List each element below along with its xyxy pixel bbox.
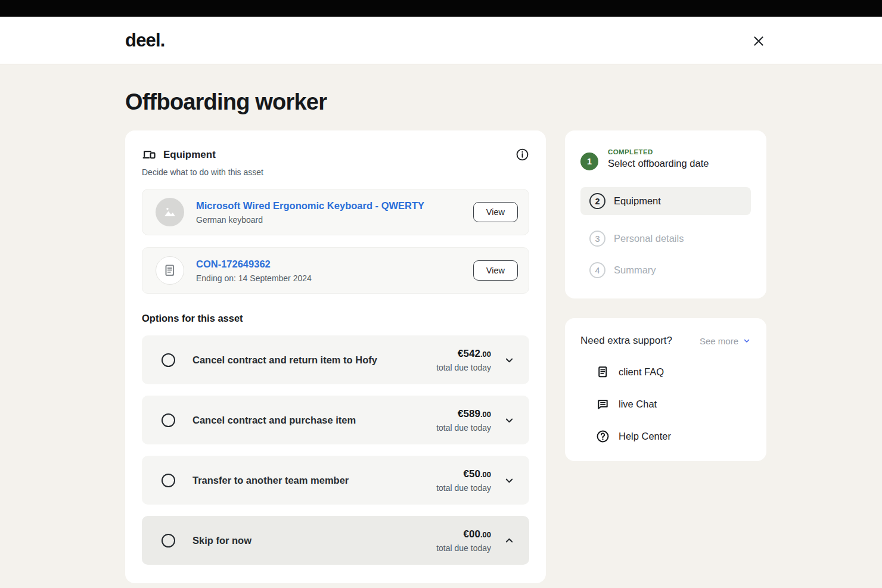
contract-link[interactable]: CON-172649362 (196, 259, 312, 270)
right-column: 1 COMPLETED Select offboarding date 2 Eq… (565, 130, 766, 461)
support-item-label: live Chat (619, 399, 657, 410)
image-placeholder-icon (156, 198, 184, 226)
price-note: total due today (436, 483, 491, 493)
option-label: Cancel contract and return item to Hofy (192, 354, 377, 366)
help-circle-icon (596, 430, 610, 443)
asset-row: Microsoft Wired Ergonomic Keyboard - QWE… (142, 189, 529, 235)
chevron-down-icon[interactable] (504, 354, 515, 366)
see-more-label: See more (700, 336, 738, 346)
option-purchase-item[interactable]: Cancel contract and purchase item €589.0… (142, 396, 529, 444)
top-black-bar (0, 0, 882, 17)
step-label: Personal details (614, 233, 684, 244)
step-number-badge: 3 (589, 231, 605, 247)
chat-icon (596, 397, 610, 411)
step-label: Select offboarding date (608, 158, 709, 169)
chevron-up-icon[interactable] (504, 535, 515, 546)
view-asset-button[interactable]: View (473, 202, 518, 222)
radio-button[interactable] (162, 534, 175, 547)
info-icon[interactable] (515, 148, 529, 161)
document-icon (156, 256, 184, 285)
option-return-to-hofy[interactable]: Cancel contract and return item to Hofy … (142, 335, 529, 384)
support-card: Need extra support? See more (565, 318, 766, 461)
page-title: Offboarding worker (125, 89, 882, 115)
step-status: COMPLETED (608, 148, 709, 155)
modal-header: deel. (0, 17, 882, 64)
card-title: Equipment (163, 149, 216, 161)
step-number-badge: 4 (589, 262, 605, 278)
price-block: €50.00 total due today (436, 468, 491, 493)
chevron-down-icon[interactable] (504, 415, 515, 426)
price-amount: €589 (458, 408, 480, 419)
radio-button[interactable] (162, 413, 175, 427)
support-title: Need extra support? (580, 335, 672, 347)
asset-description: German keyboard (196, 215, 424, 225)
support-item-label: Help Center (619, 431, 671, 442)
option-label: Skip for now (192, 535, 251, 546)
support-item-live-chat[interactable]: live Chat (596, 397, 751, 411)
price-amount: €00 (464, 528, 480, 540)
support-item-client-faq[interactable]: client FAQ (596, 365, 751, 379)
step-number-badge: 1 (580, 153, 598, 170)
step-label: Summary (614, 265, 656, 276)
modal-body: Offboarding worker Equipment (0, 64, 882, 583)
step-number-badge: 2 (589, 193, 605, 209)
price-block: €00.00 total due today (436, 528, 491, 553)
chevron-down-icon (743, 337, 751, 345)
close-icon (751, 34, 766, 48)
document-icon (596, 365, 610, 379)
options-heading: Options for this asset (142, 313, 529, 324)
step-select-offboarding-date[interactable]: 1 COMPLETED Select offboarding date (580, 148, 751, 170)
support-item-label: client FAQ (619, 366, 664, 378)
asset-description: Ending on: 14 September 2024 (196, 273, 312, 283)
step-equipment[interactable]: 2 Equipment (580, 187, 751, 215)
option-skip-for-now[interactable]: Skip for now €00.00 total due today (142, 516, 529, 565)
close-button[interactable] (751, 33, 766, 49)
price-block: €542.00 total due today (436, 348, 491, 372)
radio-button[interactable] (162, 353, 175, 367)
devices-icon (142, 147, 157, 162)
price-note: total due today (436, 543, 491, 553)
price-note: total due today (436, 423, 491, 433)
step-label: Equipment (614, 195, 661, 207)
asset-row: CON-172649362 Ending on: 14 September 20… (142, 247, 529, 294)
view-contract-button[interactable]: View (473, 260, 518, 281)
price-note: total due today (436, 363, 491, 372)
asset-name-link[interactable]: Microsoft Wired Ergonomic Keyboard - QWE… (196, 200, 424, 211)
price-block: €589.00 total due today (436, 408, 491, 433)
chevron-down-icon[interactable] (504, 475, 515, 486)
option-label: Cancel contract and purchase item (192, 415, 356, 426)
support-item-help-center[interactable]: Help Center (596, 430, 751, 443)
see-more-button[interactable]: See more (700, 336, 751, 346)
card-subtitle: Decide what to do with this asset (142, 167, 529, 177)
radio-button[interactable] (162, 474, 175, 487)
step-summary: 4 Summary (580, 262, 751, 278)
steps-card: 1 COMPLETED Select offboarding date 2 Eq… (565, 130, 766, 298)
deel-logo: deel. (125, 30, 165, 51)
option-transfer-team-member[interactable]: Transfer to another team member €50.00 t… (142, 456, 529, 505)
equipment-card: Equipment Decide what to do with this as… (125, 130, 546, 583)
price-amount: €50 (464, 468, 480, 480)
step-personal-details: 3 Personal details (580, 231, 751, 247)
price-amount: €542 (458, 348, 480, 359)
option-label: Transfer to another team member (192, 475, 349, 486)
